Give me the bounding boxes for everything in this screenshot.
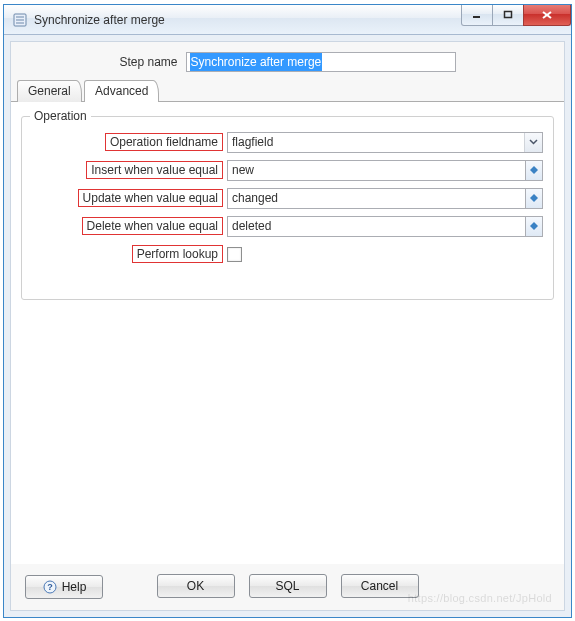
svg-text:?: ? [47,582,53,592]
row-insert-when: Insert when value equal [32,157,543,183]
tab-page-advanced: Operation Operation fieldname flagfield [11,102,564,564]
row-operation-fieldname: Operation fieldname flagfield [32,129,543,155]
window-title: Synchronize after merge [34,13,165,27]
sql-button-label: SQL [275,579,299,593]
row-delete-when: Delete when value equal [32,213,543,239]
label-delete-when: Delete when value equal [82,217,223,235]
app-icon [12,12,28,28]
operation-legend: Operation [30,109,91,123]
label-update-when: Update when value equal [78,189,223,207]
step-name-value: Synchronize after merge [190,53,323,71]
step-name-row: Step name Synchronize after merge [11,42,564,80]
maximize-button[interactable] [492,5,524,26]
svg-marker-8 [530,166,538,174]
chevron-down-icon[interactable] [524,133,542,152]
delete-when-input[interactable] [227,216,526,237]
step-name-label: Step name [119,55,177,69]
operation-group: Operation Operation fieldname flagfield [21,116,554,300]
minimize-button[interactable] [461,5,493,26]
help-icon: ? [42,579,58,595]
ok-button[interactable]: OK [157,574,235,598]
tab-advanced[interactable]: Advanced [84,80,159,102]
diamond-icon[interactable] [526,160,543,181]
insert-when-input[interactable] [227,160,526,181]
operation-fieldname-value: flagfield [232,135,273,149]
tab-general-label: General [28,84,71,98]
svg-rect-5 [505,12,512,18]
help-button[interactable]: ? Help [25,575,103,599]
svg-marker-9 [530,194,538,202]
close-button[interactable] [523,5,571,26]
tab-general[interactable]: General [17,80,82,102]
help-button-label: Help [62,580,87,594]
dialog-window: Synchronize after merge [3,4,572,618]
row-update-when: Update when value equal [32,185,543,211]
watermark-text: https://blog.csdn.net/JpHold [408,592,552,604]
sql-button[interactable]: SQL [249,574,327,598]
ok-button-label: OK [187,579,204,593]
diamond-icon[interactable] [526,216,543,237]
tab-advanced-label: Advanced [95,84,148,98]
titlebar[interactable]: Synchronize after merge [4,5,571,35]
window-controls [462,5,571,26]
update-when-input[interactable] [227,188,526,209]
label-perform-lookup: Perform lookup [132,245,223,263]
tab-strip: General Advanced [11,80,564,102]
svg-marker-10 [530,222,538,230]
operation-fieldname-combo[interactable]: flagfield [227,132,543,153]
cancel-button[interactable]: Cancel [341,574,419,598]
diamond-icon[interactable] [526,188,543,209]
client-area: Step name Synchronize after merge Genera… [4,35,571,617]
button-bar: ? Help OK SQL Cancel [11,564,564,610]
cancel-button-label: Cancel [361,579,398,593]
label-operation-fieldname: Operation fieldname [105,133,223,151]
step-name-input[interactable]: Synchronize after merge [186,52,456,72]
label-insert-when: Insert when value equal [86,161,223,179]
row-perform-lookup: Perform lookup [32,241,543,267]
perform-lookup-checkbox[interactable] [227,247,242,262]
